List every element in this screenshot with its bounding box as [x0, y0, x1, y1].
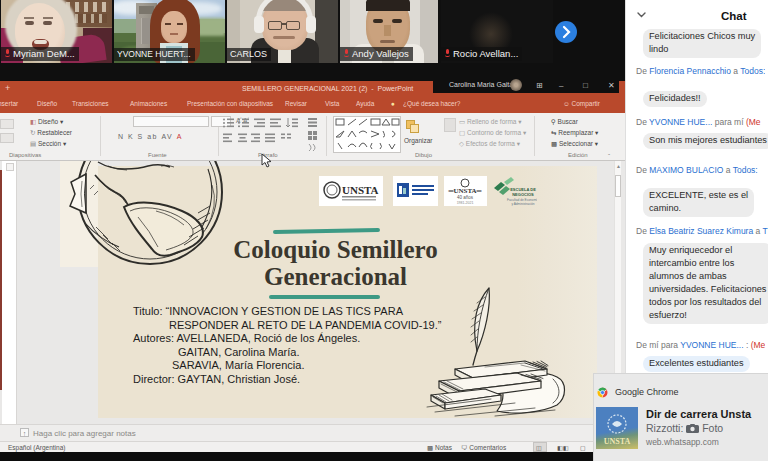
svg-text:NEGOCIOS: NEGOCIOS [512, 192, 534, 197]
svg-text:UNSTA: UNSTA [604, 437, 631, 446]
svg-text:y Administración: y Administración [511, 202, 534, 206]
svg-text:1981-2021: 1981-2021 [457, 201, 474, 205]
svg-text:UNSTA: UNSTA [342, 184, 379, 196]
svg-text:40 años: 40 años [457, 195, 474, 200]
svg-text:═UNSTA═: ═UNSTA═ [447, 187, 481, 195]
